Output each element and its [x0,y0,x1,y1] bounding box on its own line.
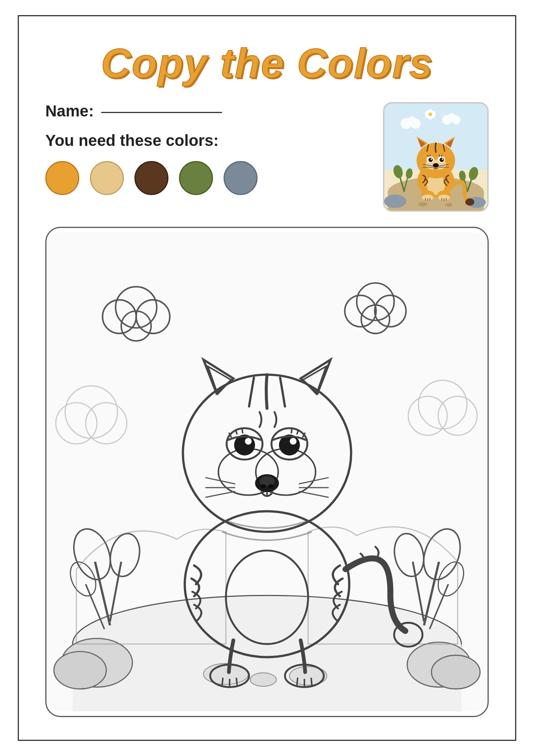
coloring-svg [46,228,488,716]
svg-point-40 [440,158,444,162]
thumbnail [383,102,489,212]
svg-point-39 [428,158,433,162]
svg-point-42 [442,158,443,160]
color-circle-orange [45,161,79,195]
name-line [101,109,222,113]
svg-point-127 [290,438,296,445]
svg-line-109 [297,678,298,685]
coloring-area [45,227,489,717]
svg-point-121 [245,438,252,445]
top-section: Name: You need these colors: [45,102,489,212]
color-circle-gray [224,161,258,195]
svg-point-47 [433,163,439,168]
svg-point-74 [432,655,480,689]
svg-point-70 [250,673,276,686]
name-label: Name: [45,102,94,120]
svg-line-108 [236,678,237,685]
name-colors-col: Name: You need these colors: [45,102,258,195]
svg-point-17 [410,118,420,129]
thumbnail-svg [384,103,488,211]
svg-point-20 [452,115,460,124]
colors-label: You need these colors: [45,132,258,150]
page: Copy the Colors Name: You need these col… [18,15,516,741]
svg-line-44 [430,155,430,156]
svg-point-41 [431,158,432,160]
svg-line-124 [242,428,243,434]
svg-point-134 [268,484,273,488]
name-row-and-thumb: Name: You need these colors: [45,102,489,212]
svg-line-111 [311,678,312,685]
name-row: Name: [45,102,258,120]
svg-point-5 [384,195,406,208]
page-title: Copy the Colors [101,39,433,87]
svg-line-45 [439,155,440,156]
color-circle-brown [134,161,168,195]
svg-line-106 [222,678,223,685]
svg-point-64 [445,203,452,207]
color-circle-peach [90,161,124,195]
color-circle-green [179,161,213,195]
svg-point-27 [428,113,432,116]
svg-point-56 [465,198,474,206]
svg-line-128 [291,428,292,434]
color-circles [45,161,258,195]
svg-point-63 [418,202,427,206]
svg-point-72 [54,652,106,689]
svg-point-133 [261,484,266,488]
